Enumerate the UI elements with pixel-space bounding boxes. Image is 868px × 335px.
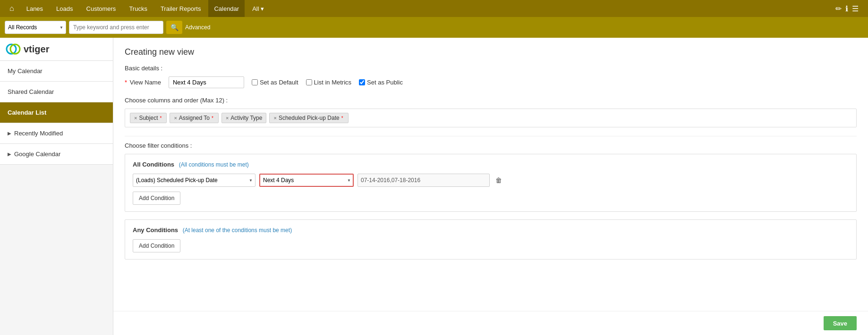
condition-row-1: (Loads) Scheduled Pick-up Date Next 4 Da…: [133, 174, 849, 187]
condition-operator-wrap: Next 4 Days: [259, 174, 354, 187]
page-title: Creating new view: [125, 47, 857, 57]
nav-loads[interactable]: Loads: [51, 0, 78, 17]
nav-trailer-reports[interactable]: Trailer Reports: [155, 0, 206, 17]
all-conditions-subtitle: (All conditions must be met): [179, 161, 249, 168]
condition-field-select[interactable]: (Loads) Scheduled Pick-up Date: [133, 174, 255, 187]
set-default-checkbox-group[interactable]: Set as Default: [252, 79, 298, 86]
basic-details-label: Basic details :: [125, 65, 857, 72]
column-tag-assigned-to: × Assigned To *: [170, 113, 219, 123]
info-icon[interactable]: ℹ: [845, 4, 848, 13]
columns-box: × Subject * × Assigned To * × Activity T…: [125, 109, 857, 127]
search-input[interactable]: [69, 21, 163, 34]
divider-1: [125, 136, 857, 136]
columns-section: Choose columns and order (Max 12) : × Su…: [125, 97, 857, 127]
remove-assigned-to-icon[interactable]: ×: [174, 115, 177, 121]
sidebar-item-my-calendar[interactable]: My Calendar: [0, 61, 113, 82]
records-select-wrap: All Records: [5, 21, 66, 34]
menu-icon[interactable]: ☰: [852, 4, 859, 13]
condition-operator-select[interactable]: Next 4 Days: [259, 174, 354, 187]
condition-field-wrap: (Loads) Scheduled Pick-up Date: [133, 174, 255, 187]
logo-area: vtiger: [0, 38, 113, 61]
list-metrics-checkbox-group[interactable]: List in Metrics: [306, 79, 351, 86]
remove-scheduled-pickup-icon[interactable]: ×: [273, 115, 276, 121]
main-layout: vtiger My Calendar Shared Calendar Calen…: [0, 38, 868, 335]
top-navigation: ⌂ Lanes Loads Customers Trucks Trailer R…: [0, 0, 868, 17]
save-button[interactable]: Save: [824, 316, 857, 330]
columns-label: Choose columns and order (Max 12) :: [125, 97, 857, 104]
all-conditions-title: All Conditions (All conditions must be m…: [133, 161, 849, 168]
condition-value-input[interactable]: [357, 174, 490, 187]
chevron-right-icon-2: ▶: [8, 151, 11, 157]
sidebar-item-recently-modified[interactable]: ▶ Recently Modified: [0, 123, 113, 144]
remove-subject-icon[interactable]: ×: [134, 115, 137, 121]
delete-condition-icon[interactable]: 🗑: [494, 176, 504, 185]
all-conditions-box: All Conditions (All conditions must be m…: [125, 154, 857, 212]
top-right-icons: ✏ ℹ ☰: [835, 4, 863, 13]
view-name-input[interactable]: [169, 76, 244, 88]
basic-details-row: * View Name Set as Default List in Metri…: [125, 76, 857, 88]
required-star: *: [125, 79, 127, 86]
list-metrics-checkbox[interactable]: [306, 79, 312, 85]
set-default-checkbox[interactable]: [252, 79, 258, 85]
column-tag-subject: × Subject *: [130, 113, 167, 123]
logo-text: vtiger: [24, 44, 49, 55]
edit-icon[interactable]: ✏: [835, 4, 842, 13]
nav-all[interactable]: All ▾: [247, 0, 270, 17]
nav-calendar[interactable]: Calendar: [208, 0, 245, 17]
vtiger-logo: [6, 42, 21, 57]
set-public-checkbox[interactable]: [359, 79, 365, 85]
any-conditions-subtitle: (At least one of the conditions must be …: [183, 227, 292, 234]
search-button[interactable]: 🔍: [166, 21, 182, 34]
filter-label: Choose filter conditions :: [125, 142, 857, 149]
nav-trucks[interactable]: Trucks: [123, 0, 153, 17]
records-select[interactable]: All Records: [5, 21, 66, 34]
any-conditions-box: Any Conditions (At least one of the cond…: [125, 219, 857, 260]
chevron-right-icon: ▶: [8, 131, 11, 136]
sidebar-item-shared-calendar[interactable]: Shared Calendar: [0, 82, 113, 102]
advanced-link[interactable]: Advanced: [185, 24, 210, 31]
any-conditions-title: Any Conditions (At least one of the cond…: [133, 226, 849, 234]
filter-section: Choose filter conditions : All Condition…: [125, 142, 857, 260]
sidebar-item-calendar-list[interactable]: Calendar List: [0, 102, 113, 123]
sidebar-item-google-calendar[interactable]: ▶ Google Calendar: [0, 144, 113, 165]
nav-customers[interactable]: Customers: [81, 0, 122, 17]
search-bar: All Records 🔍 Advanced: [0, 17, 868, 38]
any-conditions-add-button[interactable]: Add Condition: [133, 239, 180, 252]
view-name-label: * View Name: [125, 79, 161, 86]
sidebar: vtiger My Calendar Shared Calendar Calen…: [0, 38, 113, 335]
column-tag-scheduled-pickup: × Scheduled Pick-up Date *: [269, 113, 348, 123]
nav-lanes[interactable]: Lanes: [21, 0, 49, 17]
content-area: Creating new view Basic details : * View…: [113, 38, 868, 311]
search-icon: 🔍: [170, 24, 179, 31]
all-conditions-add-button[interactable]: Add Condition: [133, 192, 180, 205]
remove-activity-type-icon[interactable]: ×: [226, 115, 229, 121]
home-icon[interactable]: ⌂: [5, 4, 19, 13]
set-public-checkbox-group[interactable]: Set as Public: [359, 79, 403, 86]
save-area: Save: [113, 311, 868, 335]
column-tag-activity-type: × Activity Type: [221, 113, 267, 123]
